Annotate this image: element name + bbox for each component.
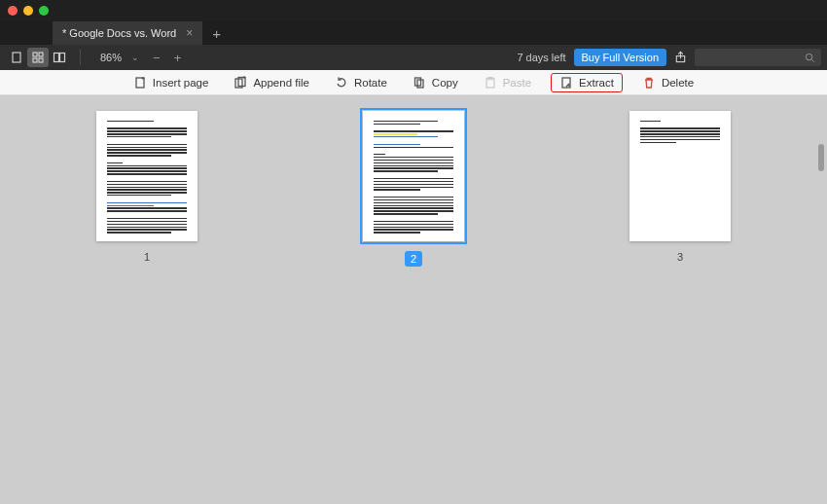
insert-page-button[interactable]: Insert page — [127, 73, 215, 92]
append-file-button[interactable]: Append file — [228, 73, 315, 92]
top-toolbar: 86% ⌄ − + 7 days left Buy Full Version — [0, 45, 827, 70]
zoom-control: 86% ⌄ − + — [100, 51, 185, 65]
delete-label: Delete — [662, 77, 694, 89]
rotate-icon — [335, 76, 348, 90]
page-number-2: 2 — [405, 251, 422, 267]
svg-rect-3 — [33, 58, 37, 62]
append-file-label: Append file — [253, 77, 309, 89]
tab-title: * Google Docs vs. Word — [62, 27, 176, 39]
buy-full-version-button[interactable]: Buy Full Version — [574, 49, 666, 66]
maximize-window-button[interactable] — [39, 6, 49, 16]
copy-icon — [413, 76, 426, 90]
page-number-3: 3 — [677, 251, 683, 263]
close-tab-icon[interactable]: × — [186, 26, 193, 40]
close-window-button[interactable] — [8, 6, 18, 16]
insert-page-icon — [133, 76, 147, 90]
append-file-icon — [234, 76, 247, 90]
rotate-button[interactable]: Rotate — [329, 73, 393, 92]
page-thumbnail-2[interactable]: 2 — [363, 111, 464, 267]
svg-rect-5 — [54, 54, 59, 62]
thumbnail-grid-view-button[interactable] — [27, 48, 49, 67]
page-number-1: 1 — [144, 251, 150, 263]
svg-point-8 — [806, 54, 811, 59]
svg-rect-2 — [39, 53, 43, 56]
minimize-window-button[interactable] — [23, 6, 33, 16]
rotate-label: Rotate — [354, 77, 387, 89]
trash-icon — [642, 76, 656, 90]
page-thumbnail-1[interactable]: 1 — [96, 111, 198, 267]
search-input[interactable] — [695, 49, 821, 66]
share-icon[interactable] — [674, 51, 687, 65]
search-icon — [805, 53, 815, 63]
copy-button[interactable]: Copy — [407, 73, 464, 92]
page-1-preview — [96, 111, 198, 241]
document-tab[interactable]: * Google Docs vs. Word × — [53, 21, 202, 45]
zoom-out-button[interactable]: − — [149, 51, 164, 65]
single-page-view-button[interactable] — [6, 48, 27, 67]
svg-rect-6 — [60, 54, 65, 62]
delete-button[interactable]: Delete — [636, 73, 700, 92]
action-toolbar: Insert page Append file Rotate Copy Past… — [0, 70, 827, 95]
window-titlebar — [0, 0, 827, 21]
tab-bar: * Google Docs vs. Word × + — [0, 21, 827, 45]
trial-days-left: 7 days left — [517, 52, 565, 63]
page-3-preview — [629, 111, 731, 241]
extract-icon — [559, 76, 573, 90]
paste-label: Paste — [503, 77, 531, 89]
svg-rect-4 — [39, 58, 43, 62]
new-tab-button[interactable]: + — [202, 25, 231, 42]
page-canvas: 1 2 — [0, 95, 827, 504]
zoom-in-button[interactable]: + — [170, 51, 186, 65]
paste-button: Paste — [478, 73, 537, 92]
extract-label: Extract — [579, 77, 614, 89]
extract-button[interactable]: Extract — [551, 73, 623, 92]
zoom-value[interactable]: 86% — [100, 52, 122, 63]
paste-icon — [484, 76, 497, 90]
scrollbar-thumb[interactable] — [818, 144, 824, 171]
page-2-preview — [363, 111, 464, 241]
insert-page-label: Insert page — [153, 77, 209, 89]
two-page-view-button[interactable] — [49, 48, 70, 67]
svg-rect-1 — [33, 53, 37, 56]
zoom-dropdown-icon[interactable]: ⌄ — [127, 53, 143, 62]
copy-label: Copy — [432, 77, 458, 89]
svg-rect-0 — [13, 53, 20, 62]
page-thumbnail-3[interactable]: 3 — [629, 111, 731, 267]
window-controls — [8, 6, 49, 16]
vertical-scrollbar[interactable] — [817, 95, 825, 504]
